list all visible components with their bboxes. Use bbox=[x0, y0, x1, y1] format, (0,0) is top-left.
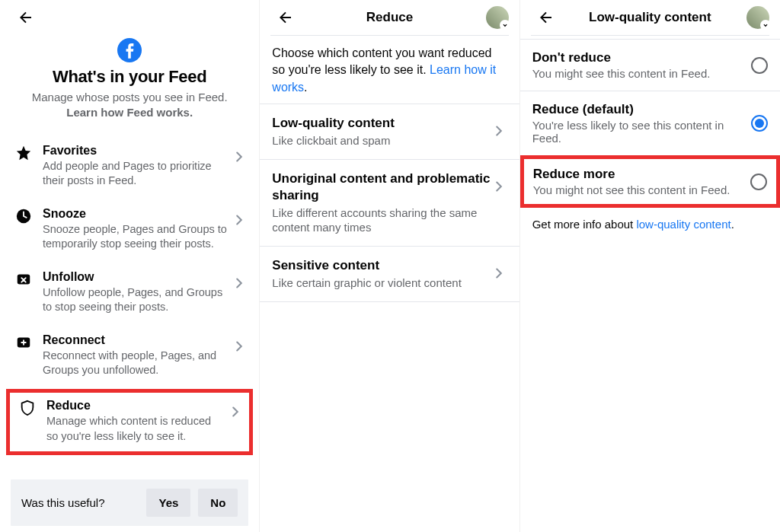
header-title: Low-quality content bbox=[520, 10, 780, 25]
no-button[interactable]: No bbox=[198, 489, 238, 517]
chevron-right-icon bbox=[491, 265, 507, 282]
radio-button[interactable] bbox=[750, 174, 767, 190]
unfollow-icon bbox=[15, 271, 32, 288]
reduce-item[interactable]: ReduceManage which content is reduced so… bbox=[6, 389, 253, 455]
radio-button[interactable] bbox=[751, 115, 768, 132]
shield-icon bbox=[19, 400, 36, 416]
reduce-intro: Choose which content you want reduced so… bbox=[260, 36, 519, 104]
chevron-right-icon bbox=[231, 275, 248, 291]
back-button[interactable] bbox=[535, 7, 557, 28]
reconnect-icon bbox=[15, 334, 32, 351]
back-arrow-icon bbox=[537, 8, 555, 27]
panel-reduce: Reduce Choose which content you want red… bbox=[260, 0, 519, 532]
low-quality-item[interactable]: Low-quality contentLike clickbait and sp… bbox=[260, 104, 519, 160]
page-subtitle: Manage whose posts you see in Feed. Lear… bbox=[32, 90, 228, 121]
star-icon bbox=[15, 145, 32, 161]
profile-avatar[interactable] bbox=[746, 6, 769, 29]
unfollow-item[interactable]: UnfollowUnfollow people, Pages, and Grou… bbox=[0, 261, 259, 324]
clock-icon bbox=[15, 208, 32, 225]
back-button[interactable] bbox=[15, 7, 37, 28]
reconnect-item[interactable]: ReconnectReconnect with people, Pages, a… bbox=[0, 324, 259, 387]
snooze-item[interactable]: SnoozeSnooze people, Pages and Groups to… bbox=[0, 198, 259, 261]
learn-feed-link[interactable]: Learn how Feed works. bbox=[66, 106, 193, 119]
profile-avatar[interactable] bbox=[486, 6, 509, 29]
more-info-text: Get more info about low-quality content. bbox=[520, 207, 780, 241]
chevron-right-icon bbox=[491, 178, 507, 195]
back-arrow-icon bbox=[17, 8, 35, 27]
panel-feed-settings: What's in your Feed Manage whose posts y… bbox=[0, 0, 260, 532]
option-reduce-more[interactable]: Reduce moreYou might not see this conten… bbox=[520, 155, 780, 208]
unoriginal-content-item[interactable]: Unoriginal content and problematic shari… bbox=[260, 160, 519, 247]
option-dont-reduce[interactable]: Don't reduceYou might see this content i… bbox=[520, 39, 780, 91]
page-title: What's in your Feed bbox=[53, 67, 206, 87]
back-arrow-icon bbox=[277, 8, 295, 27]
yes-button[interactable]: Yes bbox=[146, 489, 190, 517]
favorites-item[interactable]: FavoritesAdd people and Pages to priorit… bbox=[0, 135, 259, 198]
chevron-right-icon bbox=[491, 123, 507, 139]
chevron-right-icon bbox=[231, 338, 248, 355]
chevron-right-icon bbox=[231, 148, 248, 165]
chevron-right-icon bbox=[231, 212, 248, 228]
facebook-logo-icon bbox=[117, 38, 142, 62]
panel-low-quality: Low-quality content Don't reduceYou migh… bbox=[520, 0, 780, 532]
option-reduce-default[interactable]: Reduce (default)You're less likely to se… bbox=[520, 91, 780, 156]
feedback-bar: Was this useful? Yes No bbox=[11, 479, 248, 526]
radio-button[interactable] bbox=[751, 57, 768, 74]
chevron-right-icon bbox=[227, 403, 244, 420]
sensitive-content-item[interactable]: Sensitive contentLike certain graphic or… bbox=[260, 247, 519, 302]
header-title: Reduce bbox=[260, 10, 519, 25]
back-button[interactable] bbox=[275, 7, 296, 28]
low-quality-info-link[interactable]: low-quality content bbox=[636, 218, 730, 231]
feedback-question: Was this useful? bbox=[21, 496, 139, 509]
